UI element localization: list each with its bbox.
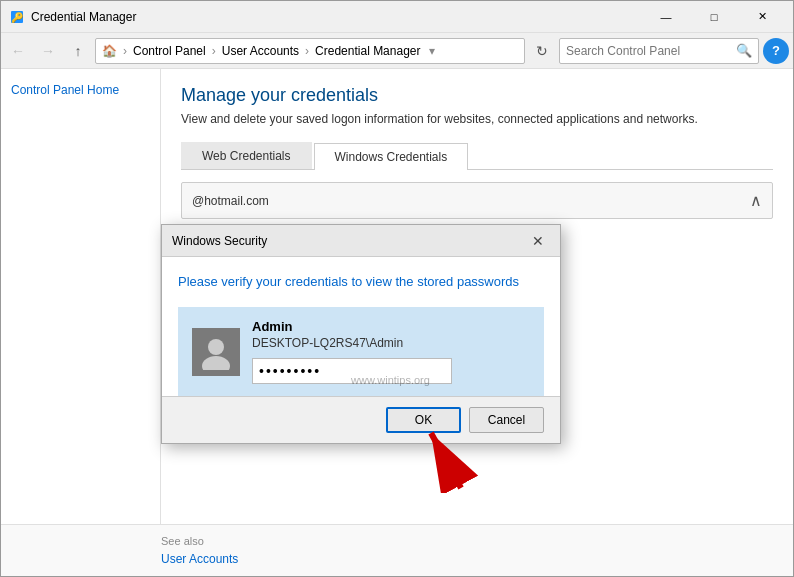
dialog-footer: OK Cancel xyxy=(162,396,560,443)
home-icon: 🏠 xyxy=(102,44,117,58)
help-icon: ? xyxy=(772,43,780,58)
address-bar: ← → ↑ 🏠 › Control Panel › User Accounts … xyxy=(1,33,793,69)
up-button[interactable]: ↑ xyxy=(65,38,91,64)
user-account: DESKTOP-LQ2RS47\Admin xyxy=(252,336,530,350)
windows-security-dialog: Windows Security ✕ Please verify your cr… xyxy=(161,224,561,444)
back-button[interactable]: ← xyxy=(5,38,31,64)
user-name: Admin xyxy=(252,319,530,334)
window-title: Credential Manager xyxy=(31,10,643,24)
svg-text:🔑: 🔑 xyxy=(11,11,24,24)
breadcrumb-user-accounts[interactable]: User Accounts xyxy=(222,44,299,58)
dialog-body: Please verify your credentials to view t… xyxy=(162,257,560,396)
svg-point-3 xyxy=(202,356,230,370)
up-icon: ↑ xyxy=(75,43,82,59)
breadcrumb-control-panel[interactable]: Control Panel xyxy=(133,44,206,58)
user-credential-area: Admin DESKTOP-LQ2RS47\Admin xyxy=(178,307,544,396)
help-button[interactable]: ? xyxy=(763,38,789,64)
refresh-icon: ↻ xyxy=(536,43,548,59)
ok-button[interactable]: OK xyxy=(386,407,461,433)
dialog-close-button[interactable]: ✕ xyxy=(526,229,550,253)
password-input[interactable] xyxy=(252,358,452,384)
forward-button[interactable]: → xyxy=(35,38,61,64)
breadcrumb-credential-manager[interactable]: Credential Manager xyxy=(315,44,420,58)
minimize-button[interactable]: — xyxy=(643,3,689,31)
credential-manager-window: 🔑 Credential Manager — □ ✕ ← → ↑ 🏠 › Con… xyxy=(0,0,794,577)
dialog-title-bar: Windows Security ✕ xyxy=(162,225,560,257)
refresh-button[interactable]: ↻ xyxy=(529,38,555,64)
window-controls: — □ ✕ xyxy=(643,3,785,31)
user-avatar xyxy=(192,328,240,376)
close-button[interactable]: ✕ xyxy=(739,3,785,31)
search-box[interactable]: 🔍 xyxy=(559,38,759,64)
user-info: Admin DESKTOP-LQ2RS47\Admin xyxy=(252,319,530,384)
search-icon: 🔍 xyxy=(736,43,752,58)
dialog-overlay: Windows Security ✕ Please verify your cr… xyxy=(1,69,793,576)
dialog-title: Windows Security xyxy=(172,234,526,248)
dropdown-icon: ▾ xyxy=(429,44,435,58)
maximize-button[interactable]: □ xyxy=(691,3,737,31)
window-icon: 🔑 xyxy=(9,9,25,25)
dialog-message: Please verify your credentials to view t… xyxy=(178,273,544,291)
search-input[interactable] xyxy=(566,44,732,58)
address-field[interactable]: 🏠 › Control Panel › User Accounts › Cred… xyxy=(95,38,525,64)
title-bar: 🔑 Credential Manager — □ ✕ xyxy=(1,1,793,33)
svg-point-2 xyxy=(208,339,224,355)
cancel-button[interactable]: Cancel xyxy=(469,407,544,433)
